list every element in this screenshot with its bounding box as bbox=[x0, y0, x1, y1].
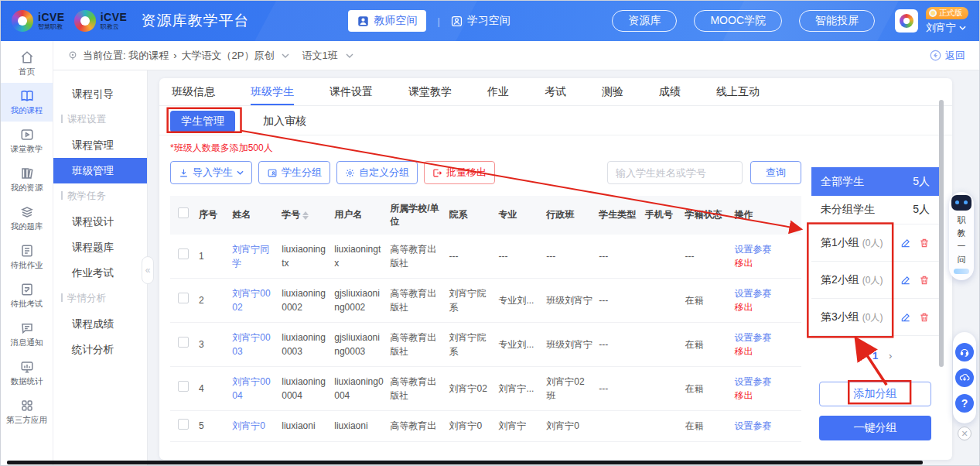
sidebar-item-my-courses[interactable]: 我的课程 bbox=[1, 83, 53, 122]
delete-group-icon[interactable] bbox=[919, 275, 930, 286]
course-menu: 课程引导 课程设置 课程管理 班级管理 教学任务 课程设计 课程题库 作业考试 … bbox=[53, 70, 148, 465]
set-contest-link[interactable]: 设置参赛 bbox=[734, 375, 795, 389]
student-name-link[interactable]: 刘宵宁0004 bbox=[232, 366, 282, 410]
student-name-link[interactable]: 刘宵宁0002 bbox=[232, 278, 282, 322]
import-students-button[interactable]: 导入学生 bbox=[170, 161, 252, 184]
tab-5[interactable]: 考试 bbox=[545, 78, 566, 105]
row-checkbox[interactable] bbox=[178, 337, 189, 348]
tab-2[interactable]: 课件设置 bbox=[330, 78, 373, 105]
student-name-link[interactable]: 刘宵宁同学 bbox=[232, 235, 282, 279]
query-button[interactable]: 查询 bbox=[750, 161, 801, 184]
edit-group-icon[interactable] bbox=[900, 275, 911, 286]
group-item[interactable]: 第2小组(0人) bbox=[811, 262, 939, 299]
learning-space-icon bbox=[451, 15, 463, 27]
student-search-input[interactable] bbox=[607, 161, 743, 184]
gear-icon bbox=[345, 168, 355, 178]
back-button[interactable]: 返回 bbox=[930, 49, 965, 63]
table-row: 3 刘宵宁0003 liuxiaoning0003 gjsliuxiaoning… bbox=[170, 322, 801, 366]
assistant-widget[interactable]: 职教一问 bbox=[949, 192, 974, 280]
sidebar-item-home[interactable]: 首页 bbox=[1, 44, 53, 83]
smart-cast-button[interactable]: 智能投屏 bbox=[799, 10, 875, 32]
sidebar-item-data-statistics[interactable]: 数据统计 bbox=[1, 354, 53, 392]
menu-item-class-management[interactable]: 班级管理 bbox=[53, 158, 147, 183]
edit-group-icon[interactable] bbox=[900, 312, 911, 323]
tab-7[interactable]: 成绩 bbox=[659, 78, 681, 105]
set-contest-link[interactable]: 设置参赛 bbox=[734, 286, 795, 300]
sidebar-item-my-question-bank[interactable]: 我的题库 bbox=[1, 199, 53, 238]
sidebar-item-pending-exams[interactable]: 待批考试 bbox=[1, 276, 53, 315]
sidebar-item-classroom-teaching[interactable]: 课堂教学 bbox=[1, 122, 53, 160]
tab-3[interactable]: 课堂教学 bbox=[408, 78, 452, 105]
current-page[interactable]: 1 bbox=[872, 350, 878, 361]
remove-link[interactable]: 移出 bbox=[734, 344, 795, 358]
breadcrumb-course[interactable]: 大学语文（2P）原创 bbox=[182, 49, 275, 63]
prev-page-button[interactable]: ‹ bbox=[859, 350, 862, 361]
tab-6[interactable]: 测验 bbox=[602, 78, 623, 105]
menu-item-statistical-analysis[interactable]: 统计分析 bbox=[53, 337, 147, 362]
course-dropdown-icon[interactable] bbox=[282, 53, 289, 58]
remove-link[interactable]: 移出 bbox=[734, 256, 795, 270]
sidebar-item-notifications[interactable]: 消息通知 bbox=[1, 315, 53, 354]
close-toolbar-button[interactable]: ✕ bbox=[958, 427, 971, 440]
group-item[interactable]: 第1小组(0人) bbox=[811, 224, 939, 262]
tab-0[interactable]: 班级信息 bbox=[172, 78, 215, 105]
group-ungrouped-students[interactable]: 未分组学生 5人 bbox=[811, 196, 939, 224]
menu-item-homework-exam[interactable]: 作业考试 bbox=[53, 260, 147, 286]
menu-item-course-management[interactable]: 课程管理 bbox=[53, 132, 147, 158]
group-item[interactable]: 第3小组(0人) bbox=[811, 299, 939, 336]
student-name-link[interactable]: 刘宵宁0003 bbox=[232, 322, 282, 366]
space-nav: 教师空间 | 学习空间 bbox=[348, 10, 510, 32]
tab-1[interactable]: 班级学生 bbox=[251, 78, 294, 105]
delete-group-icon[interactable] bbox=[919, 238, 930, 248]
row-checkbox[interactable] bbox=[178, 381, 189, 392]
auto-group-button[interactable]: 一键分组 bbox=[819, 416, 931, 440]
menu-item-course-question-bank[interactable]: 课程题库 bbox=[53, 235, 147, 260]
sidebar-item-my-resources[interactable]: 我的资源 bbox=[1, 160, 53, 199]
download-button[interactable] bbox=[955, 368, 974, 387]
batch-remove-button[interactable]: 批量移出 bbox=[424, 161, 495, 184]
sort-icon[interactable] bbox=[302, 211, 309, 220]
student-toolbar: 导入学生 学生分组 自定义分组 批量移出 查询 bbox=[170, 160, 801, 185]
row-checkbox[interactable] bbox=[178, 293, 189, 303]
learning-space-button[interactable]: 学习空间 bbox=[451, 14, 510, 28]
menu-item-course-grades[interactable]: 课程成绩 bbox=[53, 311, 147, 337]
remove-link[interactable]: 移出 bbox=[734, 389, 795, 403]
mooc-academy-button[interactable]: MOOC学院 bbox=[694, 10, 782, 32]
scrollbar[interactable] bbox=[939, 100, 944, 367]
student-grouping-button[interactable]: 学生分组 bbox=[258, 161, 330, 184]
teacher-space-button[interactable]: 教师空间 bbox=[348, 10, 426, 32]
add-group-button[interactable]: 添加分组 bbox=[819, 382, 931, 406]
table-row: 2 刘宵宁0002 liuxiaoning0002 gjsliuxiaoning… bbox=[170, 278, 801, 322]
sidebar-item-third-party-apps[interactable]: 第三方应用 bbox=[1, 392, 53, 431]
row-checkbox[interactable] bbox=[178, 419, 189, 430]
menu-item-course-guide[interactable]: 课程引导 bbox=[53, 81, 147, 107]
edit-group-icon[interactable] bbox=[900, 238, 911, 248]
delete-group-icon[interactable] bbox=[919, 312, 930, 323]
avatar[interactable] bbox=[895, 9, 918, 33]
customer-service-button[interactable] bbox=[955, 343, 974, 361]
custom-grouping-button[interactable]: 自定义分组 bbox=[336, 161, 418, 184]
student-name-link[interactable]: 刘宵宁0 bbox=[232, 410, 282, 441]
question-bank-icon bbox=[20, 205, 34, 219]
set-contest-link[interactable]: 设置参赛 bbox=[734, 242, 795, 256]
subtab-join-review[interactable]: 加入审核 bbox=[252, 111, 317, 132]
class-dropdown-icon[interactable] bbox=[346, 53, 353, 58]
play-icon bbox=[20, 128, 34, 142]
resource-library-button[interactable]: 资源库 bbox=[612, 10, 677, 32]
tab-4[interactable]: 作业 bbox=[487, 78, 509, 105]
remove-link[interactable]: 移出 bbox=[734, 300, 795, 314]
set-contest-link[interactable]: 设置参赛 bbox=[734, 331, 795, 344]
next-page-button[interactable]: › bbox=[889, 350, 892, 361]
row-checkbox[interactable] bbox=[178, 248, 189, 259]
help-button[interactable]: ? bbox=[955, 394, 974, 413]
menu-item-course-design[interactable]: 课程设计 bbox=[53, 209, 147, 235]
sidebar-item-pending-homework[interactable]: 待批作业 bbox=[1, 238, 53, 276]
select-all-checkbox[interactable] bbox=[178, 207, 189, 218]
set-contest-link[interactable]: 设置参赛 bbox=[734, 419, 795, 433]
user-menu[interactable]: 刘宵宁 bbox=[926, 21, 966, 35]
group-all-students[interactable]: 全部学生 5人 bbox=[811, 167, 939, 196]
sidebar-collapse-handle[interactable]: « bbox=[142, 256, 154, 284]
breadcrumb-class[interactable]: 语文1班 bbox=[302, 49, 337, 63]
tab-8[interactable]: 线上互动 bbox=[716, 78, 760, 105]
subtab-student-management[interactable]: 学生管理 bbox=[170, 111, 235, 132]
